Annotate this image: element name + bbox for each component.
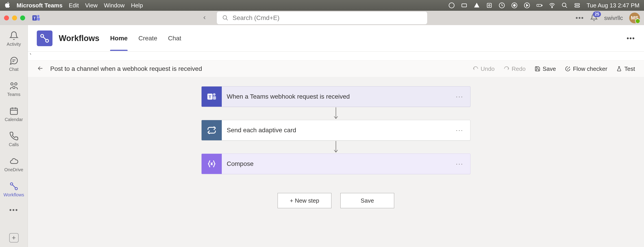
svg-rect-17: [37, 18, 40, 20]
svg-rect-1: [462, 4, 466, 7]
rail-chat[interactable]: Chat: [2, 53, 26, 74]
notifications-button[interactable]: 25: [590, 14, 598, 22]
tab-home[interactable]: Home: [110, 26, 128, 51]
step-loop[interactable]: Send each adaptive card ···: [201, 120, 470, 140]
workflows-app-icon: [37, 30, 52, 46]
svg-point-16: [37, 15, 40, 17]
checker-icon: [565, 66, 571, 72]
step-more[interactable]: ···: [456, 93, 470, 100]
svg-rect-9: [542, 5, 542, 6]
rail-activity[interactable]: Activity: [2, 28, 26, 49]
search-box[interactable]: [216, 12, 428, 24]
step-compose[interactable]: Compose ···: [201, 154, 470, 174]
apple-icon[interactable]: [4, 2, 10, 9]
workflows-icon: [9, 182, 18, 191]
teams-step-icon: T: [202, 86, 222, 107]
save-flow-button[interactable]: Save: [340, 193, 394, 208]
save-button[interactable]: Save: [534, 66, 556, 72]
bell-icon: [9, 31, 18, 40]
titlebar-more[interactable]: •••: [576, 14, 584, 22]
svg-point-18: [223, 16, 227, 19]
left-rail: Activity Chat Teams Calendar Calls OneDr…: [0, 25, 28, 247]
status-icon-3[interactable]: [474, 2, 480, 8]
rail-more[interactable]: •••: [9, 206, 18, 214]
svg-rect-2: [487, 3, 492, 8]
svg-rect-35: [213, 96, 216, 100]
username[interactable]: swivrllc: [604, 14, 623, 22]
teams-logo-icon: T: [32, 13, 41, 23]
svg-point-31: [46, 39, 49, 42]
save-icon: [534, 66, 540, 72]
cloud-icon: [9, 156, 18, 166]
rail-onedrive[interactable]: OneDrive: [2, 154, 26, 175]
svg-rect-24: [10, 108, 18, 114]
menu-edit[interactable]: Edit: [69, 2, 79, 9]
step-more[interactable]: ···: [456, 160, 470, 168]
battery-icon[interactable]: [536, 2, 543, 8]
flow-toolbar: Post to a channel when a webhook request…: [28, 60, 644, 77]
window-maximize[interactable]: [20, 16, 25, 20]
status-icon-6[interactable]: [511, 2, 518, 8]
step-title: When a Teams webhook request is received: [222, 93, 456, 100]
svg-point-0: [449, 3, 454, 8]
svg-point-6: [513, 4, 515, 6]
wifi-icon[interactable]: [549, 2, 555, 8]
datetime[interactable]: Tue Aug 13 2:47 PM: [586, 2, 640, 9]
tab-chat[interactable]: Chat: [168, 26, 181, 51]
menu-view[interactable]: View: [85, 2, 98, 9]
app-header: Workflows Home Create Chat •••: [28, 25, 644, 52]
connector-arrow: [332, 107, 340, 120]
svg-point-3: [488, 5, 490, 6]
test-button[interactable]: Test: [616, 66, 635, 72]
svg-rect-12: [575, 4, 580, 5]
svg-point-11: [562, 3, 566, 7]
flow-title: Post to a channel when a webhook request…: [50, 65, 202, 72]
svg-point-28: [10, 183, 13, 185]
play-icon[interactable]: [524, 2, 530, 8]
spotlight-icon[interactable]: [562, 2, 568, 8]
window-minimize[interactable]: [12, 16, 17, 20]
avatar[interactable]: MS: [629, 12, 640, 23]
teams-icon: [9, 81, 18, 90]
new-step-button[interactable]: + New step: [278, 193, 332, 208]
status-icon-4[interactable]: [486, 2, 492, 8]
rail-workflows[interactable]: Workflows: [2, 179, 26, 200]
tab-create[interactable]: Create: [138, 26, 157, 51]
search-input[interactable]: [232, 14, 422, 22]
step-trigger[interactable]: T When a Teams webhook request is receiv…: [201, 86, 470, 107]
chat-icon: [9, 56, 18, 66]
calendar-icon: [9, 106, 18, 116]
stray-char: `: [28, 52, 644, 60]
compose-step-icon: [202, 154, 222, 174]
flask-icon: [616, 66, 622, 72]
flow-canvas: T When a Teams webhook request is receiv…: [28, 77, 644, 247]
window-close[interactable]: [4, 16, 9, 20]
app-header-more[interactable]: •••: [626, 34, 635, 42]
svg-point-21: [11, 83, 13, 85]
rail-add-app[interactable]: +: [9, 233, 18, 242]
status-icon-2[interactable]: [461, 2, 467, 8]
loop-step-icon: [202, 120, 222, 140]
control-center-icon[interactable]: [574, 2, 580, 8]
svg-rect-8: [537, 4, 542, 6]
app-title: Workflows: [59, 34, 99, 43]
menu-window[interactable]: Window: [104, 2, 124, 9]
back-button[interactable]: [37, 65, 44, 73]
svg-point-10: [552, 7, 552, 8]
app-name[interactable]: Microsoft Teams: [16, 2, 62, 9]
svg-point-29: [15, 188, 18, 190]
step-title: Send each adaptive card: [222, 127, 456, 134]
step-more[interactable]: ···: [456, 127, 470, 134]
flow-checker-button[interactable]: Flow checker: [565, 66, 607, 72]
svg-point-23: [12, 86, 15, 88]
redo-button: Redo: [504, 66, 526, 72]
rail-teams[interactable]: Teams: [2, 78, 26, 100]
rail-calendar[interactable]: Calendar: [2, 104, 26, 124]
rail-calls[interactable]: Calls: [2, 129, 26, 150]
phone-icon: [9, 131, 18, 141]
status-icon-5[interactable]: [499, 2, 505, 8]
status-icon-1[interactable]: [448, 2, 455, 8]
menu-help[interactable]: Help: [131, 2, 143, 9]
nav-back[interactable]: [202, 14, 207, 22]
search-icon: [222, 15, 228, 21]
